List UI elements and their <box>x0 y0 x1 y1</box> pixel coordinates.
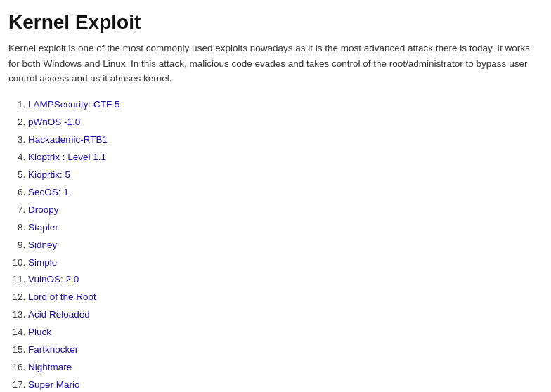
list-item-link[interactable]: VulnOS: 2.0 <box>28 274 79 285</box>
list-item: Acid Reloaded <box>28 306 543 324</box>
list-item-link[interactable]: Kioprtix: 5 <box>28 169 70 180</box>
list-item: Nightmare <box>28 359 543 377</box>
list-item-link[interactable]: Stapler <box>28 222 58 233</box>
list-item-link[interactable]: Fartknocker <box>28 344 78 355</box>
page-description: Kernel exploit is one of the most common… <box>8 41 543 86</box>
list-item-link[interactable]: Super Mario <box>28 379 80 390</box>
list-item-link[interactable]: pWnOS -1.0 <box>28 117 80 127</box>
list-item: Hackademic-RTB1 <box>28 131 543 149</box>
list-item-link[interactable]: Kioptrix : Level 1.1 <box>28 152 106 162</box>
list-item: Pluck <box>28 324 543 341</box>
exploit-list: LAMPSecurity: CTF 5pWnOS -1.0Hackademic-… <box>8 96 543 392</box>
list-item: Super Mario <box>28 377 543 392</box>
list-item: Droopy <box>28 202 543 219</box>
list-item-link[interactable]: Simple <box>28 257 57 268</box>
list-item-link[interactable]: Droopy <box>28 204 59 215</box>
list-item-link[interactable]: Hackademic-RTB1 <box>28 134 108 145</box>
list-item-link[interactable]: Acid Reloaded <box>28 309 90 320</box>
page-title: Kernel Exploit <box>8 11 543 34</box>
list-item-link[interactable]: Lord of the Root <box>28 292 96 302</box>
list-item: Kioprtix: 5 <box>28 166 543 184</box>
list-item: Fartknocker <box>28 341 543 359</box>
list-item-link[interactable]: Sidney <box>28 240 57 250</box>
list-item: pWnOS -1.0 <box>28 114 543 131</box>
list-item: VulnOS: 2.0 <box>28 271 543 289</box>
list-item-link[interactable]: SecOS: 1 <box>28 187 69 197</box>
list-item: Lord of the Root <box>28 289 543 306</box>
list-item: Simple <box>28 254 543 272</box>
list-item: Stapler <box>28 219 543 237</box>
list-item: Kioptrix : Level 1.1 <box>28 149 543 166</box>
list-item-link[interactable]: Nightmare <box>28 362 72 372</box>
list-item: Sidney <box>28 237 543 254</box>
list-item: LAMPSecurity: CTF 5 <box>28 96 543 114</box>
list-item: SecOS: 1 <box>28 184 543 202</box>
list-item-link[interactable]: LAMPSecurity: CTF 5 <box>28 99 120 110</box>
list-item-link[interactable]: Pluck <box>28 327 51 337</box>
